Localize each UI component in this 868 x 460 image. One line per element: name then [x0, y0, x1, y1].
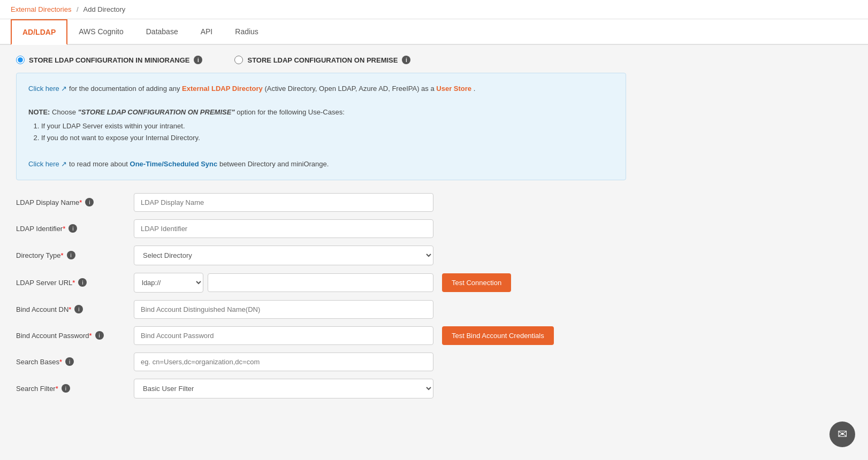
radio-row: STORE LDAP CONFIGURATION IN MINIORANGE i…	[16, 56, 626, 64]
required-marker: *	[56, 385, 58, 393]
bind-account-dn-input[interactable]	[134, 300, 433, 319]
test-connection-button[interactable]: Test Connection	[442, 273, 511, 292]
breadcrumb-parent-link[interactable]: External Directories	[11, 5, 71, 13]
breadcrumb-current: Add Directory	[83, 5, 126, 13]
form-row-search-filter: Search Filter* i Basic User Filter Custo…	[16, 379, 626, 398]
search-filter-info-icon[interactable]: i	[62, 384, 70, 393]
input-wrap-ldap-display-name	[134, 193, 433, 212]
radio-store-premise[interactable]: STORE LDAP CONFIGURATION ON PREMISE i	[234, 56, 410, 64]
input-wrap-ldap-server-url: ldap:// ldaps://	[134, 273, 433, 293]
click-here-link-1[interactable]: Click here ↗	[28, 85, 67, 93]
bind-account-password-input[interactable]	[134, 326, 433, 345]
ldap-identifier-info-icon[interactable]: i	[68, 224, 77, 233]
main-content: STORE LDAP CONFIGURATION IN MINIORANGE i…	[0, 45, 642, 417]
store-premise-info-icon[interactable]: i	[402, 56, 410, 64]
required-marker: *	[59, 358, 62, 366]
use-cases-list: If your LDAP Server exists within your i…	[41, 120, 614, 144]
info-note-label: NOTE:	[28, 108, 50, 116]
tabs-bar: AD/LDAP AWS Cognito Database API Radius	[0, 19, 868, 45]
info-sync-line: Click here ↗ to read more about One-Time…	[28, 158, 614, 170]
label-text-bind-account-password: Bind Account Password*	[16, 332, 92, 340]
required-marker: *	[79, 198, 82, 206]
bind-account-password-info-icon[interactable]: i	[95, 331, 104, 340]
label-text-ldap-identifier: LDAP Identifier*	[16, 225, 65, 233]
label-search-filter: Search Filter* i	[16, 384, 134, 393]
input-wrap-bind-account-password	[134, 326, 433, 345]
info-sync-bold: One-Time/Scheduled Sync	[130, 160, 218, 168]
directory-type-info-icon[interactable]: i	[67, 251, 75, 259]
required-marker: *	[61, 251, 64, 259]
label-directory-type: Directory Type* i	[16, 251, 134, 259]
label-text-search-bases: Search Bases*	[16, 358, 62, 366]
input-wrap-directory-type: Select Directory Active Directory Open L…	[134, 246, 433, 265]
info-desc-3: .	[474, 85, 476, 93]
search-filter-select[interactable]: Basic User Filter Custom Filter	[134, 379, 433, 398]
search-bases-info-icon[interactable]: i	[65, 357, 74, 366]
form-row-directory-type: Directory Type* i Select Directory Activ…	[16, 246, 626, 265]
label-text-ldap-server-url: LDAP Server URL*	[16, 279, 75, 287]
info-desc-1: for the documentation of adding any	[69, 85, 182, 93]
info-banner-line1: Click here ↗ for the documentation of ad…	[28, 83, 614, 95]
info-desc-2: (Active Directory, Open LDAP, Azure AD, …	[264, 85, 436, 93]
input-wrap-ldap-identifier	[134, 219, 433, 238]
radio-store-miniorange-input[interactable]	[16, 56, 25, 64]
form-row-bind-account-dn: Bind Account DN* i	[16, 300, 626, 319]
form-row-ldap-display-name: LDAP Display Name* i	[16, 193, 626, 212]
info-bold-user-store: User Store	[436, 85, 471, 93]
info-bold-external: External LDAP Directory	[182, 85, 263, 93]
required-marker: *	[63, 225, 65, 233]
label-ldap-identifier: LDAP Identifier* i	[16, 224, 134, 233]
label-bind-account-dn: Bind Account DN* i	[16, 305, 134, 313]
tab-cognito[interactable]: AWS Cognito	[67, 19, 135, 45]
label-ldap-display-name: LDAP Display Name* i	[16, 198, 134, 206]
radio-store-miniorange[interactable]: STORE LDAP CONFIGURATION IN MINIORANGE i	[16, 56, 202, 64]
form-row-search-bases: Search Bases* i	[16, 352, 626, 371]
info-note-bold: "STORE LDAP CONFIGURATION ON PREMISE"	[78, 108, 235, 116]
radio-store-premise-label: STORE LDAP CONFIGURATION ON PREMISE	[247, 56, 398, 64]
form-section: LDAP Display Name* i LDAP Identifier* i …	[16, 193, 626, 398]
tab-adldap[interactable]: AD/LDAP	[11, 19, 67, 45]
use-case-2: If you do not want to expose your Intern…	[41, 132, 614, 144]
input-wrap-bind-account-dn	[134, 300, 433, 319]
ldap-display-name-info-icon[interactable]: i	[85, 198, 94, 206]
ldap-host-input[interactable]	[208, 273, 433, 292]
info-note-text: Choose	[52, 108, 78, 116]
info-note: NOTE: Choose "STORE LDAP CONFIGURATION O…	[28, 106, 614, 118]
required-marker: *	[72, 279, 75, 287]
ldap-identifier-input[interactable]	[134, 219, 433, 238]
info-sync-desc-1: to read more about	[69, 160, 130, 168]
radio-store-premise-input[interactable]	[234, 56, 243, 64]
form-row-ldap-server-url: LDAP Server URL* i ldap:// ldaps:// Test…	[16, 273, 626, 293]
bind-account-dn-info-icon[interactable]: i	[74, 305, 83, 313]
directory-type-select[interactable]: Select Directory Active Directory Open L…	[134, 246, 433, 265]
label-search-bases: Search Bases* i	[16, 357, 134, 366]
label-text-directory-type: Directory Type*	[16, 251, 64, 259]
test-bind-credentials-button[interactable]: Test Bind Account Credentials	[442, 326, 554, 345]
tab-database[interactable]: Database	[135, 19, 189, 45]
ldap-protocol-select[interactable]: ldap:// ldaps://	[134, 273, 203, 293]
info-banner: Click here ↗ for the documentation of ad…	[16, 73, 626, 180]
info-note-suffix: option for the following Use-Cases:	[237, 108, 345, 116]
required-marker: *	[68, 305, 71, 313]
tab-radius[interactable]: Radius	[224, 19, 270, 45]
ldap-display-name-input[interactable]	[134, 193, 433, 212]
breadcrumb: External Directories / Add Directory	[0, 0, 868, 19]
label-text-bind-account-dn: Bind Account DN*	[16, 305, 71, 313]
search-bases-input[interactable]	[134, 352, 433, 371]
label-text-ldap-display-name: LDAP Display Name*	[16, 198, 82, 206]
required-marker: *	[89, 332, 92, 340]
info-sync-desc-2: between Directory and miniOrange.	[219, 160, 329, 168]
ldap-server-url-info-icon[interactable]: i	[78, 278, 87, 287]
tab-api[interactable]: API	[189, 19, 224, 45]
input-wrap-search-bases	[134, 352, 433, 371]
label-text-search-filter: Search Filter*	[16, 385, 58, 393]
input-wrap-search-filter: Basic User Filter Custom Filter	[134, 379, 433, 398]
breadcrumb-separator: /	[77, 5, 79, 13]
radio-store-miniorange-label: STORE LDAP CONFIGURATION IN MINIORANGE	[29, 56, 189, 64]
click-here-link-2[interactable]: Click here ↗	[28, 160, 67, 168]
form-row-bind-account-password: Bind Account Password* i Test Bind Accou…	[16, 326, 626, 345]
store-miniorange-info-icon[interactable]: i	[194, 56, 202, 64]
form-row-ldap-identifier: LDAP Identifier* i	[16, 219, 626, 238]
ldap-url-row: ldap:// ldaps://	[134, 273, 433, 293]
use-case-1: If your LDAP Server exists within your i…	[41, 120, 614, 132]
